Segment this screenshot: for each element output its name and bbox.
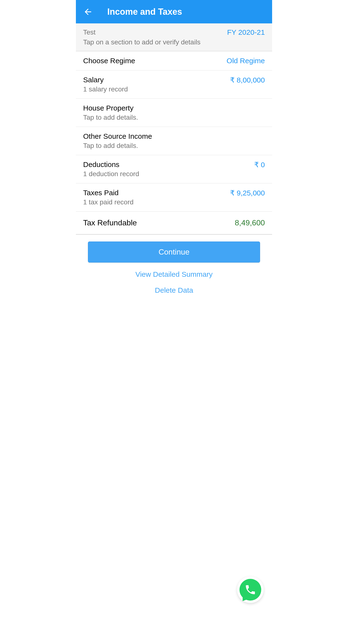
other-source-row[interactable]: Other Source Income Tap to add details.	[76, 127, 272, 155]
deductions-title: Deductions	[83, 160, 139, 169]
profile-row: Test FY 2020-21	[83, 28, 265, 36]
regime-value: Old Regime	[227, 57, 265, 65]
other-source-title: Other Source Income	[83, 132, 152, 140]
app-header: Income and Taxes	[76, 0, 272, 24]
continue-button[interactable]: Continue	[88, 242, 260, 262]
house-property-subtitle: Tap to add details.	[83, 114, 138, 121]
page-title: Income and Taxes	[107, 7, 182, 17]
deductions-row[interactable]: Deductions 1 deduction record ₹ 0	[76, 155, 272, 184]
back-arrow-icon	[83, 7, 93, 17]
financial-year[interactable]: FY 2020-21	[227, 28, 265, 36]
deductions-value: ₹ 0	[254, 160, 265, 169]
other-source-subtitle: Tap to add details.	[83, 142, 152, 150]
tax-refundable-row: Tax Refundable 8,49,600	[76, 212, 272, 235]
actions-section: Continue View Detailed Summary Delete Da…	[76, 235, 272, 301]
taxes-paid-subtitle: 1 tax paid record	[83, 198, 134, 206]
refund-label: Tax Refundable	[83, 218, 137, 227]
delete-data-link[interactable]: Delete Data	[88, 286, 260, 294]
salary-subtitle: 1 salary record	[83, 86, 128, 93]
house-property-title: House Property	[83, 104, 138, 112]
salary-value: ₹ 8,00,000	[230, 76, 265, 84]
view-summary-link[interactable]: View Detailed Summary	[88, 270, 260, 278]
choose-regime-row[interactable]: Choose Regime Old Regime	[76, 52, 272, 70]
profile-info-section: Test FY 2020-21 Tap on a section to add …	[76, 24, 272, 52]
salary-row[interactable]: Salary 1 salary record ₹ 8,00,000	[76, 70, 272, 99]
salary-title: Salary	[83, 76, 128, 84]
deductions-subtitle: 1 deduction record	[83, 170, 139, 178]
taxes-paid-title: Taxes Paid	[83, 189, 134, 197]
house-property-row[interactable]: House Property Tap to add details.	[76, 99, 272, 127]
taxes-paid-row[interactable]: Taxes Paid 1 tax paid record ₹ 9,25,000	[76, 184, 272, 212]
refund-value: 8,49,600	[235, 218, 265, 227]
taxes-paid-value: ₹ 9,25,000	[230, 189, 265, 197]
regime-title: Choose Regime	[83, 57, 135, 65]
profile-name: Test	[83, 28, 95, 36]
info-instruction: Tap on a section to add or verify detail…	[83, 38, 265, 46]
back-button[interactable]	[83, 7, 93, 17]
